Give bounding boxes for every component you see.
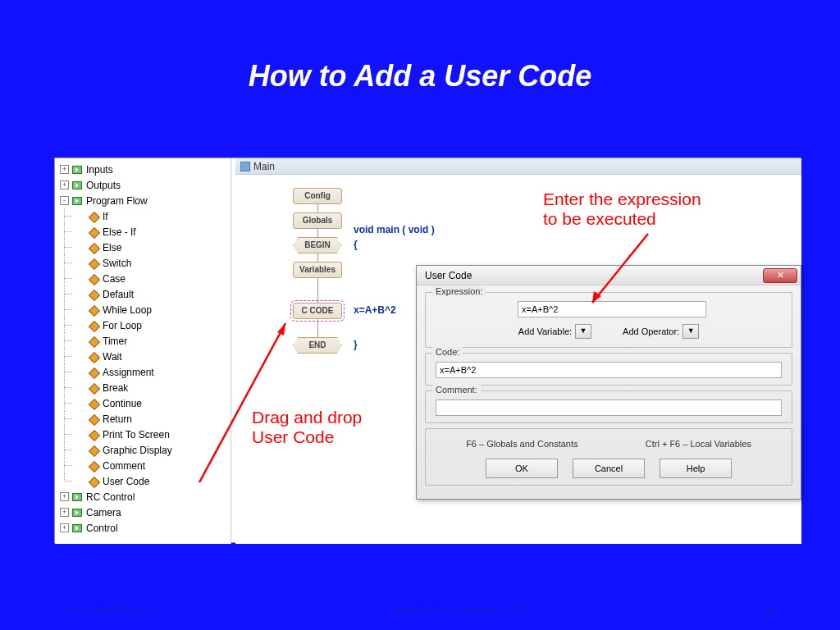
slide-footer: Ken Youssefi/Ping Hsu Introduction to En… (0, 605, 840, 617)
page-number: 24 (763, 605, 774, 617)
app-window: +Inputs+Outputs-Program FlowIfElse - IfE… (54, 158, 801, 543)
footer-left: Ken Youssefi/Ping Hsu (66, 605, 157, 617)
annotation-arrows (55, 158, 801, 544)
footer-center: Introduction to Engineering – E10 (393, 605, 527, 617)
svg-line-2 (592, 234, 648, 303)
slide-title: How to Add a User Code (0, 0, 840, 94)
svg-line-0 (199, 323, 285, 482)
svg-marker-1 (277, 323, 285, 336)
